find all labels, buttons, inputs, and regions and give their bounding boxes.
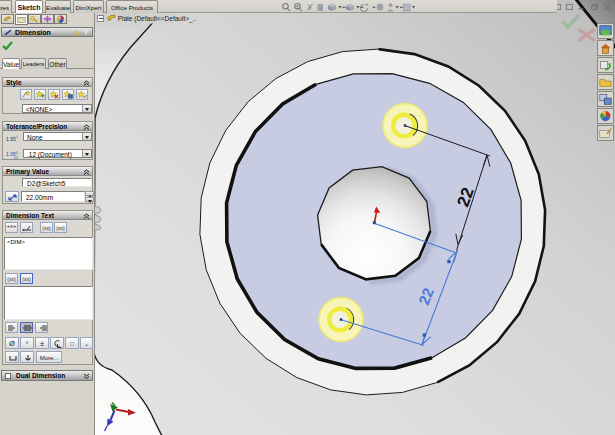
svg-text:-.01: -.01 xyxy=(12,155,18,159)
svg-text:+.01: +.01 xyxy=(13,134,18,139)
svg-text:+.01: +.01 xyxy=(12,150,18,155)
